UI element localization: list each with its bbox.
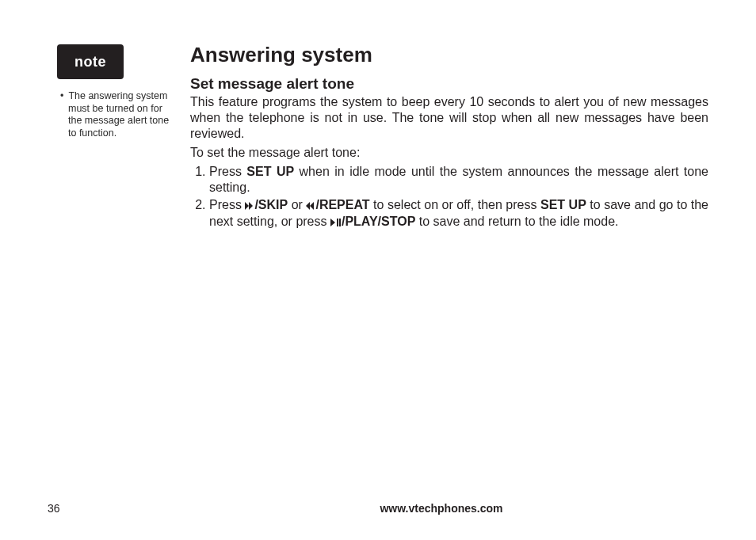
sidebar-note-list: The answering system must be turned on f…: [48, 90, 174, 140]
svg-marker-0: [245, 202, 249, 210]
steps-list: Press SET UP when in idle mode until the…: [190, 164, 708, 230]
note-badge: note: [57, 44, 124, 79]
svg-marker-4: [330, 219, 335, 226]
step-1: Press SET UP when in idle mode until the…: [209, 164, 708, 196]
page-number: 36: [48, 502, 174, 515]
step-1-setup: SET UP: [246, 165, 294, 178]
step-2: Press /SKIP or /REPEAT to select on or o…: [209, 197, 708, 230]
page: note The answering system must be turned…: [0, 0, 756, 540]
svg-rect-6: [339, 219, 341, 226]
main-content: Answering system Set message alert tone …: [182, 43, 708, 486]
svg-marker-2: [310, 202, 314, 210]
section-title: Set message alert tone: [190, 75, 708, 93]
step-2-play: /PLAY/STOP: [342, 215, 415, 228]
step-2-text-c: to select on or off, then press: [370, 198, 540, 211]
note-badge-text: note: [74, 54, 106, 70]
footer-url: www.vtechphones.com: [174, 502, 708, 515]
step-2-setup: SET UP: [540, 198, 586, 211]
sidebar: note The answering system must be turned…: [48, 43, 182, 486]
step-2-text-b: or: [288, 198, 306, 211]
page-title: Answering system: [190, 43, 708, 67]
svg-rect-5: [337, 219, 338, 226]
footer: 36 www.vtechphones.com: [48, 502, 708, 515]
intro-paragraph: This feature programs the system to beep…: [190, 94, 708, 142]
sidebar-note-item: The answering system must be turned on f…: [60, 90, 174, 140]
svg-marker-1: [249, 202, 253, 210]
step-2-text-a: Press: [209, 198, 245, 211]
play-pause-icon: [330, 215, 342, 230]
rewind-icon: [306, 198, 315, 214]
step-2-skip: /SKIP: [254, 198, 288, 211]
svg-marker-3: [306, 202, 310, 210]
fast-forward-icon: [245, 198, 254, 214]
step-2-repeat: /REPEAT: [315, 198, 369, 211]
lead-line: To set the message alert tone:: [190, 145, 708, 161]
content-row: note The answering system must be turned…: [48, 43, 708, 486]
step-2-text-e: to save and return to the idle mode.: [415, 215, 618, 228]
step-1-text-a: Press: [209, 165, 246, 178]
